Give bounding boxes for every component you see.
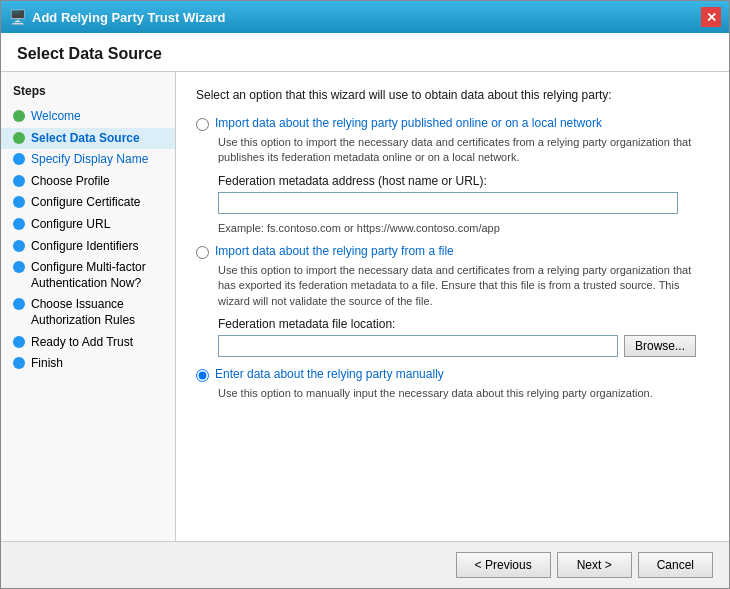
field-label-metadata-address: Federation metadata address (host name o… xyxy=(218,174,709,188)
sidebar-label-configure-identifiers: Configure Identifiers xyxy=(31,239,138,255)
option-manual-row: Enter data about the relying party manua… xyxy=(196,367,709,382)
title-bar-left: 🖥️ Add Relying Party Trust Wizard xyxy=(9,9,225,25)
option-file-row: Import data about the relying party from… xyxy=(196,244,709,259)
browse-button[interactable]: Browse... xyxy=(624,335,696,357)
sidebar-label-configure-url: Configure URL xyxy=(31,217,110,233)
wizard-window: 🖥️ Add Relying Party Trust Wizard ✕ Sele… xyxy=(0,0,730,589)
file-location-input[interactable] xyxy=(218,335,618,357)
footer: < Previous Next > Cancel xyxy=(1,541,729,588)
window-title: Add Relying Party Trust Wizard xyxy=(32,10,225,25)
page-title: Select Data Source xyxy=(17,45,713,63)
sidebar-item-specify-display-name[interactable]: Specify Display Name xyxy=(1,149,175,171)
sidebar-item-configure-identifiers: Configure Identifiers xyxy=(1,236,175,258)
sidebar: Steps Welcome Select Data Source Specify… xyxy=(1,72,176,541)
next-button[interactable]: Next > xyxy=(557,552,632,578)
sidebar-label-configure-certificate: Configure Certificate xyxy=(31,195,140,211)
sidebar-heading: Steps xyxy=(1,84,175,106)
sidebar-item-select-data-source: Select Data Source xyxy=(1,128,175,150)
sidebar-label-select-data-source: Select Data Source xyxy=(31,131,140,147)
sidebar-label-finish: Finish xyxy=(31,356,63,372)
sidebar-item-ready-to-add: Ready to Add Trust xyxy=(1,332,175,354)
window-icon: 🖥️ xyxy=(9,9,26,25)
title-bar: 🖥️ Add Relying Party Trust Wizard ✕ xyxy=(1,1,729,33)
bullet-icon-welcome xyxy=(13,110,25,122)
bullet-icon-specify-display-name xyxy=(13,153,25,165)
field-label-file-location: Federation metadata file location: xyxy=(218,317,709,331)
content-area: Steps Welcome Select Data Source Specify… xyxy=(1,72,729,541)
bullet-icon-configure-identifiers xyxy=(13,240,25,252)
option-online-section: Import data about the relying party publ… xyxy=(196,116,709,234)
bullet-icon-configure-url xyxy=(13,218,25,230)
sidebar-item-choose-issuance: Choose Issuance Authorization Rules xyxy=(1,294,175,331)
sidebar-item-configure-multifactor: Configure Multi-factor Authentication No… xyxy=(1,257,175,294)
cancel-button[interactable]: Cancel xyxy=(638,552,713,578)
option-online-field-group: Federation metadata address (host name o… xyxy=(218,174,709,214)
option-file-description: Use this option to import the necessary … xyxy=(218,263,709,309)
option-online-description: Use this option to import the necessary … xyxy=(218,135,709,166)
bullet-icon-select-data-source xyxy=(13,132,25,144)
option-file-section: Import data about the relying party from… xyxy=(196,244,709,357)
sidebar-label-welcome: Welcome xyxy=(31,109,81,125)
example-text: Example: fs.contoso.com or https://www.c… xyxy=(218,222,709,234)
metadata-address-input[interactable] xyxy=(218,192,678,214)
bullet-icon-ready-to-add xyxy=(13,336,25,348)
previous-button[interactable]: < Previous xyxy=(456,552,551,578)
file-field-row: Browse... xyxy=(218,335,709,357)
option-file-field-group: Federation metadata file location: Brows… xyxy=(218,317,709,357)
sidebar-item-choose-profile: Choose Profile xyxy=(1,171,175,193)
sidebar-label-configure-multifactor: Configure Multi-factor Authentication No… xyxy=(31,260,163,291)
bullet-icon-configure-multifactor xyxy=(13,261,25,273)
bullet-icon-configure-certificate xyxy=(13,196,25,208)
sidebar-label-choose-issuance: Choose Issuance Authorization Rules xyxy=(31,297,163,328)
sidebar-label-specify-display-name: Specify Display Name xyxy=(31,152,148,168)
sidebar-item-welcome[interactable]: Welcome xyxy=(1,106,175,128)
intro-text: Select an option that this wizard will u… xyxy=(196,88,709,102)
sidebar-item-finish: Finish xyxy=(1,353,175,375)
sidebar-label-ready-to-add: Ready to Add Trust xyxy=(31,335,133,351)
sidebar-item-configure-url: Configure URL xyxy=(1,214,175,236)
close-button[interactable]: ✕ xyxy=(701,7,721,27)
radio-file[interactable] xyxy=(196,246,209,259)
radio-online[interactable] xyxy=(196,118,209,131)
option-file-label[interactable]: Import data about the relying party from… xyxy=(215,244,454,258)
sidebar-label-choose-profile: Choose Profile xyxy=(31,174,110,190)
sidebar-item-configure-certificate: Configure Certificate xyxy=(1,192,175,214)
page-header: Select Data Source xyxy=(1,33,729,72)
option-manual-description: Use this option to manually input the ne… xyxy=(218,386,709,401)
main-content: Select an option that this wizard will u… xyxy=(176,72,729,541)
bullet-icon-finish xyxy=(13,357,25,369)
option-manual-label[interactable]: Enter data about the relying party manua… xyxy=(215,367,444,381)
bullet-icon-choose-profile xyxy=(13,175,25,187)
option-manual-section: Enter data about the relying party manua… xyxy=(196,367,709,401)
bullet-icon-choose-issuance xyxy=(13,298,25,310)
option-online-label[interactable]: Import data about the relying party publ… xyxy=(215,116,602,130)
option-online-row: Import data about the relying party publ… xyxy=(196,116,709,131)
radio-manual[interactable] xyxy=(196,369,209,382)
